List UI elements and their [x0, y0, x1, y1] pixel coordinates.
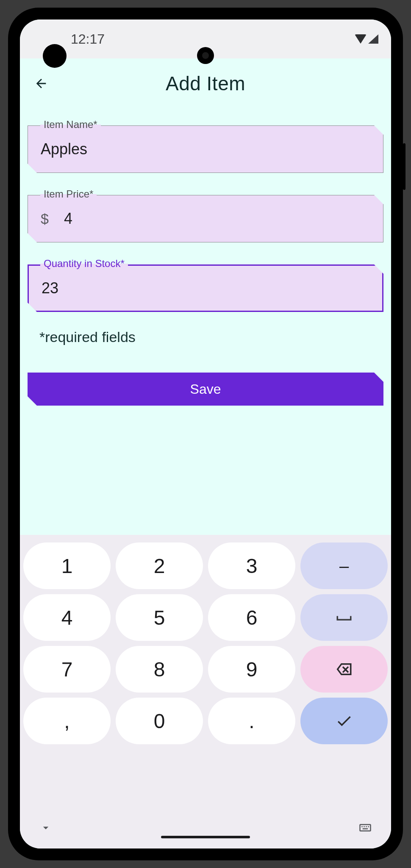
key-0[interactable]: 0 — [116, 698, 203, 744]
key-4[interactable]: 4 — [23, 594, 111, 641]
check-icon — [335, 712, 353, 730]
svg-rect-4 — [368, 826, 369, 827]
required-hint: *required fields — [28, 329, 383, 345]
key-1[interactable]: 1 — [23, 542, 111, 589]
app-header: Add Item — [20, 58, 391, 108]
key-8[interactable]: 8 — [116, 646, 203, 693]
status-time: 12:17 — [71, 31, 105, 47]
key-dot[interactable]: . — [208, 698, 295, 744]
home-indicator[interactable] — [161, 836, 250, 838]
item-name-label: Item Name* — [40, 120, 101, 130]
svg-rect-2 — [364, 826, 365, 827]
wifi-icon — [355, 34, 367, 44]
keyboard-settings-button[interactable] — [359, 821, 372, 836]
quantity-field-wrap: Quantity in Stock* — [28, 264, 383, 312]
quantity-field[interactable] — [28, 264, 383, 312]
currency-prefix: $ — [41, 211, 49, 227]
save-button[interactable]: Save — [28, 373, 383, 406]
collapse-keyboard-button[interactable] — [39, 821, 52, 836]
item-price-field[interactable]: $ — [28, 195, 383, 242]
item-price-field-wrap: Item Price* $ — [28, 195, 383, 242]
add-item-form: Item Name* Item Price* $ Quantity in Sto… — [20, 108, 391, 406]
key-enter[interactable] — [300, 698, 388, 744]
numeric-keyboard: 1 2 3 – 4 5 6 7 8 9 — [20, 535, 391, 849]
cell-signal-icon — [368, 34, 378, 44]
item-price-input[interactable] — [64, 210, 370, 228]
key-3[interactable]: 3 — [208, 542, 295, 589]
keyboard-toolbar — [20, 812, 391, 849]
svg-rect-0 — [360, 825, 371, 831]
key-2[interactable]: 2 — [116, 542, 203, 589]
svg-rect-5 — [363, 828, 368, 829]
key-dash[interactable]: – — [300, 542, 388, 589]
item-name-field[interactable] — [28, 125, 383, 173]
phone-screen: 12:17 Add Item Item Name* — [20, 19, 391, 849]
arrow-left-icon — [34, 76, 48, 91]
key-backspace[interactable] — [300, 646, 388, 693]
key-space[interactable] — [300, 594, 388, 641]
item-name-field-wrap: Item Name* — [28, 125, 383, 173]
quantity-input[interactable] — [42, 279, 369, 297]
item-name-input[interactable] — [41, 140, 370, 158]
item-price-label: Item Price* — [40, 189, 97, 199]
key-comma[interactable]: , — [23, 698, 111, 744]
camera-notch — [197, 47, 214, 64]
space-icon — [335, 609, 353, 626]
key-5[interactable]: 5 — [116, 594, 203, 641]
svg-rect-1 — [361, 826, 363, 827]
save-button-label: Save — [190, 381, 221, 397]
backspace-icon — [335, 660, 353, 678]
back-button[interactable] — [28, 71, 54, 96]
chevron-down-icon — [39, 821, 52, 834]
svg-rect-3 — [366, 826, 367, 827]
key-7[interactable]: 7 — [23, 646, 111, 693]
page-title: Add Item — [20, 72, 391, 95]
quantity-label: Quantity in Stock* — [40, 259, 128, 269]
key-6[interactable]: 6 — [208, 594, 295, 641]
key-9[interactable]: 9 — [208, 646, 295, 693]
keyboard-icon — [359, 821, 372, 834]
